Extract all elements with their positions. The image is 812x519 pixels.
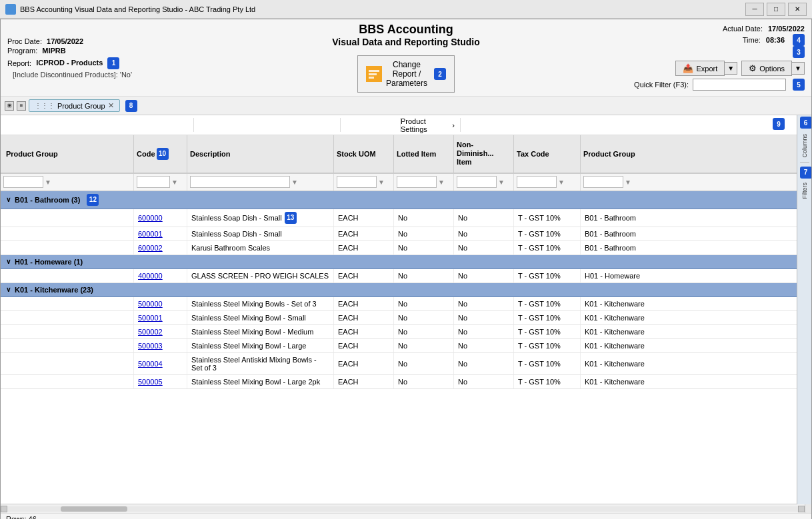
options-button[interactable]: ⚙ Options <box>741 61 792 76</box>
cell-code: 400000 <box>134 269 187 282</box>
filter-funnel-desc-icon[interactable]: ▼ <box>291 179 298 186</box>
grid-view-icon[interactable]: ⊞ <box>5 101 14 111</box>
cell-taxcode: T - GST 10% <box>514 269 581 282</box>
header-center: BBS Accounting Visual Data and Reporting… <box>201 22 611 93</box>
code-link[interactable]: 600002 <box>138 244 163 252</box>
title-bar: BBS Accounting Visual Data and Reporting… <box>0 0 812 19</box>
hscroll-right-button[interactable] <box>798 506 805 512</box>
table-row: 600002 Karusi Bathroom Scales EACH No No… <box>1 241 805 255</box>
cell-nondiminish: No <box>454 241 514 255</box>
options-dropdown-button[interactable]: ▼ <box>792 62 805 75</box>
badge-2: 2 <box>434 68 446 80</box>
cell-desc: Karusi Bathroom Scales <box>187 241 334 255</box>
code-link[interactable]: 500005 <box>138 378 163 386</box>
badge-7: 7 <box>800 167 812 179</box>
hscroll-thumb <box>61 506 127 512</box>
cell-taxcode: T - GST 10% <box>514 241 581 255</box>
cell-group <box>1 297 134 310</box>
close-button[interactable]: ✕ <box>788 3 807 16</box>
filter-funnel-lotted-icon[interactable]: ▼ <box>438 179 445 186</box>
export-dropdown-button[interactable]: ▼ <box>725 62 737 75</box>
cell-taxcode: T - GST 10% <box>514 311 581 324</box>
filter-input-desc[interactable] <box>190 176 290 188</box>
filter-input-group[interactable] <box>3 176 43 188</box>
options-icon: ⚙ <box>749 63 757 73</box>
filter-input-taxcode[interactable] <box>517 176 557 188</box>
hscroll-left-button[interactable] <box>1 506 7 512</box>
columns-side-label[interactable]: Columns <box>801 131 808 161</box>
cell-desc: Stainless Steel Mixing Bowl - Small <box>187 311 334 324</box>
group-row[interactable]: ∨ H01 - Homeware (1) <box>1 255 805 269</box>
filter-cell-group: ▼ <box>1 174 134 191</box>
cell-code: 600001 <box>134 227 187 241</box>
filter-input-code[interactable] <box>137 176 170 188</box>
report-value: ICPROD - Products <box>36 59 103 67</box>
group-row[interactable]: ∨ B01 - Bathroom (3) 12 <box>1 191 805 209</box>
product-settings-arrow-icon: › <box>452 121 455 129</box>
cell-code: 500003 <box>134 339 187 352</box>
grid-body: ∨ B01 - Bathroom (3) 12 600000 Stainless… <box>1 191 805 504</box>
filter-funnel-stock-icon[interactable]: ▼ <box>378 179 385 186</box>
filter-cell-desc: ▼ <box>187 174 334 191</box>
minimize-button[interactable]: ─ <box>745 3 764 16</box>
change-report-button[interactable]: Change Report / Parameters 2 <box>357 55 455 93</box>
col-header-product-group-right: Product Group <box>581 135 805 173</box>
group-row[interactable]: ∨ K01 - Kitchenware (23) <box>1 283 805 297</box>
cell-lotted: No <box>394 339 454 352</box>
cell-lotted: No <box>394 297 454 310</box>
program-value: MIPRB <box>42 47 65 55</box>
options-label: Options <box>759 65 785 73</box>
cell-prodgroup: B01 - Bathroom <box>581 209 805 227</box>
filter-funnel-group-icon[interactable]: ▼ <box>45 179 51 186</box>
group-label: K01 - Kitchenware (23) <box>15 286 93 294</box>
code-link[interactable]: 600000 <box>138 214 163 222</box>
filter-input-prodgroup[interactable] <box>583 176 623 188</box>
code-link[interactable]: 500000 <box>138 300 163 308</box>
filter-input-stock[interactable] <box>337 176 377 188</box>
rows-count-bar: Rows: 46 <box>1 513 811 519</box>
cell-lotted: No <box>394 241 454 255</box>
cell-prodgroup: K01 - Kitchenware <box>581 297 805 310</box>
cell-group <box>1 311 134 324</box>
time-value: 08:36 <box>766 36 785 44</box>
code-link[interactable]: 600001 <box>138 230 163 238</box>
filter-input-lotted[interactable] <box>397 176 437 188</box>
cell-lotted: No <box>394 353 454 374</box>
cell-desc: Stainless Steel Mixing Bowl - Medium <box>187 325 334 338</box>
list-view-icon[interactable]: ≡ <box>17 101 26 111</box>
product-settings-bar: Product Settings › 9 <box>1 115 811 135</box>
filter-funnel-nondiminish-icon[interactable]: ▼ <box>498 179 505 186</box>
filter-cell-prodgroup: ▼ <box>581 174 805 191</box>
cell-group <box>1 325 134 338</box>
filters-side-label[interactable]: Filters <box>801 180 808 202</box>
cell-group <box>1 227 134 241</box>
cell-prodgroup: B01 - Bathroom <box>581 241 805 255</box>
code-link[interactable]: 500002 <box>138 328 163 336</box>
col-desc-label: Description <box>190 150 231 158</box>
quick-filter-label: Quick Filter (F3): <box>634 81 689 89</box>
code-link[interactable]: 500004 <box>138 360 163 368</box>
code-link[interactable]: 500003 <box>138 342 163 350</box>
code-link[interactable]: 500001 <box>138 314 163 322</box>
filter-funnel-taxcode-icon[interactable]: ▼ <box>558 179 565 186</box>
cell-stock: EACH <box>334 375 394 388</box>
filter-funnel-code-icon[interactable]: ▼ <box>171 179 178 186</box>
badge-12: 12 <box>87 194 99 206</box>
filter-cell-stock: ▼ <box>334 174 394 191</box>
export-button[interactable]: 📤 Export <box>675 61 725 76</box>
product-group-tab[interactable]: ⋮⋮⋮ Product Group ✕ <box>29 99 120 112</box>
report-row: Report: ICPROD - Products 1 <box>7 57 194 69</box>
table-row: 500000 Stainless Steel Mixing Bowls - Se… <box>1 297 805 311</box>
quick-filter-input[interactable] <box>693 79 786 91</box>
header-right: Actual Date: 17/05/2022 Time: 08:36 4 3 … <box>618 22 805 93</box>
product-settings-link[interactable]: Product Settings › <box>401 117 455 133</box>
filter-funnel-prodgroup-icon[interactable]: ▼ <box>625 179 631 186</box>
code-link[interactable]: 400000 <box>138 272 163 280</box>
cell-nondiminish: No <box>454 269 514 282</box>
maximize-button[interactable]: □ <box>767 3 785 16</box>
title-bar-buttons: ─ □ ✕ <box>745 3 807 16</box>
tab-close-icon[interactable]: ✕ <box>108 101 114 110</box>
cell-group <box>1 339 134 352</box>
filter-input-nondiminish[interactable] <box>457 176 497 188</box>
product-group-tab-label: Product Group <box>57 102 105 110</box>
